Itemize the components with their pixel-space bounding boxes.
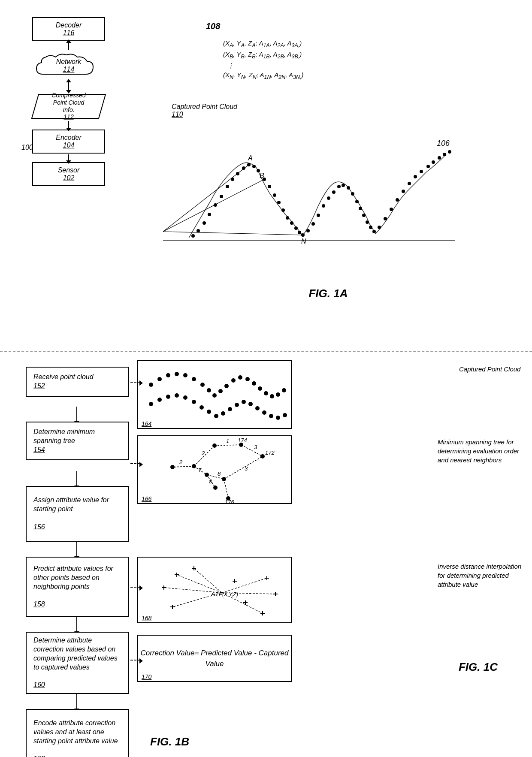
svg-point-36 bbox=[347, 186, 350, 190]
svg-point-87 bbox=[200, 405, 204, 410]
svg-point-44 bbox=[378, 226, 381, 229]
svg-text:1: 1 bbox=[226, 438, 229, 444]
svg-point-40 bbox=[362, 214, 366, 217]
sensor-label: Sensor bbox=[58, 166, 80, 174]
svg-line-57 bbox=[163, 165, 249, 232]
system-ref: 100 bbox=[21, 144, 33, 151]
svg-point-89 bbox=[214, 414, 218, 418]
svg-text:8: 8 bbox=[209, 478, 212, 485]
svg-point-4 bbox=[203, 221, 206, 225]
diagram-166-ref: 166 bbox=[142, 495, 151, 502]
svg-point-91 bbox=[228, 407, 232, 411]
svg-point-5 bbox=[208, 213, 211, 216]
svg-point-65 bbox=[183, 373, 187, 377]
svg-point-68 bbox=[207, 388, 211, 392]
svg-point-73 bbox=[238, 375, 242, 380]
decoder-label: Decoder bbox=[56, 21, 82, 29]
fig1a-section: Decoder 116 Network 114 bbox=[0, 0, 532, 352]
dashed-arrow-5 bbox=[130, 660, 140, 660]
encoder-box: Encoder 104 bbox=[32, 130, 105, 154]
svg-text:N: N bbox=[301, 238, 306, 245]
waveform-svg: A B N bbox=[163, 69, 455, 283]
svg-point-74 bbox=[245, 377, 250, 381]
diagram-168-svg: A1 P(X,Y,Z) bbox=[138, 558, 293, 624]
svg-point-67 bbox=[200, 383, 205, 387]
svg-point-115 bbox=[213, 486, 218, 490]
svg-line-107 bbox=[224, 479, 228, 498]
decoder-box: Decoder 116 bbox=[32, 17, 105, 41]
svg-point-19 bbox=[273, 193, 276, 197]
ann-captured: Captured Point Cloud bbox=[459, 365, 523, 374]
svg-line-108 bbox=[224, 456, 263, 479]
step3-container: Assign attribute value for starting poin… bbox=[26, 486, 129, 542]
svg-point-62 bbox=[157, 377, 162, 381]
svg-point-53 bbox=[432, 160, 435, 164]
svg-text:8: 8 bbox=[218, 470, 221, 477]
svg-point-70 bbox=[218, 389, 223, 393]
svg-point-47 bbox=[396, 198, 399, 202]
svg-text:2: 2 bbox=[179, 459, 183, 465]
svg-point-98 bbox=[276, 416, 280, 420]
encoder-label: Encoder bbox=[56, 134, 82, 141]
step2-container: Determine minimum spanning tree 154 bbox=[26, 422, 129, 460]
svg-point-7 bbox=[220, 195, 223, 198]
label-108: 108 bbox=[206, 21, 220, 31]
step3-box: Assign attribute value for starting poin… bbox=[26, 486, 129, 542]
svg-point-84 bbox=[175, 393, 179, 398]
svg-point-48 bbox=[402, 190, 405, 193]
svg-line-100 bbox=[215, 445, 241, 446]
svg-point-14 bbox=[252, 165, 256, 168]
arrows-split bbox=[68, 121, 69, 129]
svg-line-58 bbox=[163, 179, 264, 232]
step4-container: Predict attribute values for other point… bbox=[26, 557, 129, 617]
compressed-text: Compressed Point Cloud Info. 112 bbox=[49, 92, 88, 121]
svg-text:3: 3 bbox=[254, 444, 257, 450]
svg-point-22 bbox=[286, 216, 289, 220]
svg-point-93 bbox=[242, 400, 246, 404]
svg-point-80 bbox=[282, 388, 286, 392]
svg-point-50 bbox=[414, 175, 417, 178]
svg-point-66 bbox=[192, 377, 196, 381]
arrow-1-2 bbox=[76, 407, 77, 422]
svg-point-33 bbox=[332, 190, 336, 194]
svg-point-37 bbox=[351, 192, 354, 196]
left-flowchart: Decoder 116 Network 114 bbox=[26, 17, 112, 186]
ann-mst: Minimum spanning tree for determining ev… bbox=[438, 437, 523, 464]
diagram-166-svg: 1 3 2 2 7 8 8 3 174 172 176 bbox=[138, 436, 293, 505]
svg-point-99 bbox=[283, 413, 287, 417]
svg-point-49 bbox=[408, 182, 411, 185]
svg-point-21 bbox=[281, 208, 285, 212]
svg-point-52 bbox=[426, 165, 430, 168]
ann-inverse: Inverse distance interpolation for deter… bbox=[438, 562, 523, 589]
svg-point-54 bbox=[438, 156, 441, 160]
svg-point-112 bbox=[192, 464, 196, 468]
svg-text:176: 176 bbox=[225, 499, 234, 505]
svg-point-97 bbox=[269, 414, 273, 418]
svg-point-32 bbox=[327, 196, 330, 200]
svg-point-46 bbox=[390, 208, 393, 211]
svg-line-133 bbox=[222, 578, 267, 593]
svg-point-34 bbox=[337, 185, 341, 188]
svg-point-79 bbox=[276, 392, 280, 397]
sensor-ref: 102 bbox=[39, 174, 98, 182]
arrow-3-4 bbox=[76, 542, 77, 557]
svg-point-81 bbox=[149, 402, 153, 406]
svg-point-18 bbox=[268, 185, 271, 188]
correction-formula: Correction Value= Predicted Value - Capt… bbox=[138, 648, 291, 670]
svg-point-39 bbox=[359, 207, 362, 210]
svg-point-92 bbox=[235, 403, 239, 407]
arrow-up-1 bbox=[68, 42, 69, 50]
svg-line-137 bbox=[164, 588, 222, 593]
svg-line-132 bbox=[194, 568, 222, 593]
svg-point-23 bbox=[290, 221, 293, 225]
svg-point-114 bbox=[205, 473, 209, 477]
svg-line-101 bbox=[241, 445, 263, 456]
diagram-168-ref: 168 bbox=[142, 615, 151, 621]
svg-point-76 bbox=[258, 386, 262, 391]
svg-point-3 bbox=[196, 229, 200, 232]
svg-point-35 bbox=[342, 184, 345, 187]
decoder-ref: 116 bbox=[39, 29, 98, 37]
step1-container: Receive point cloud 152 bbox=[26, 367, 129, 397]
svg-point-95 bbox=[255, 406, 260, 410]
encoder-ref: 104 bbox=[39, 142, 98, 149]
